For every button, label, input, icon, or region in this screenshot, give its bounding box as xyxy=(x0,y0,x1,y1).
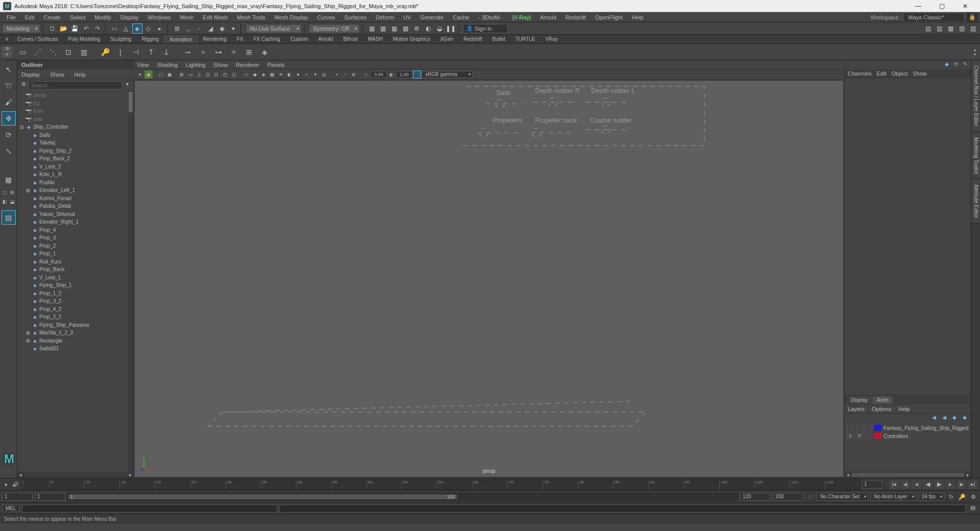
anim-end-field[interactable]: 200 xyxy=(773,493,803,501)
cb-menu-show[interactable]: Show xyxy=(913,70,927,78)
vp-exposure-icon[interactable]: ☼ xyxy=(362,70,370,79)
shelf-scroll[interactable]: ▴▾ xyxy=(972,47,978,57)
vp-ao-icon[interactable]: ● xyxy=(294,70,302,79)
shelf-tab-arnold[interactable]: Arnold xyxy=(313,35,338,43)
toggle-channel-icon[interactable]: ▦ xyxy=(945,23,955,34)
shelf-tab-curves-surfaces[interactable]: Curves / Surfaces xyxy=(12,35,63,43)
shelf-tab-mash[interactable]: MASH xyxy=(363,35,388,43)
vp-menu-shading[interactable]: Shading xyxy=(156,61,179,68)
layers-menu-layers[interactable]: Layers xyxy=(848,406,865,412)
step-fwd-key-icon[interactable]: |▸ xyxy=(957,480,967,489)
outliner-menu-help[interactable]: Help xyxy=(72,70,88,79)
time-toggle-icon[interactable]: ▸ xyxy=(2,480,10,489)
search-dropdown-icon[interactable]: ▾ xyxy=(123,81,131,89)
vp-shaded-wire-icon[interactable]: ◈ xyxy=(259,70,267,79)
vp-motion-blur-icon[interactable]: ≈ xyxy=(303,70,311,79)
layers-menu-help[interactable]: Help xyxy=(898,406,910,412)
time-audio-icon[interactable]: 🔊 xyxy=(11,480,19,489)
outliner-node-side[interactable]: 📷side xyxy=(19,115,128,124)
shelf-set-key-icon[interactable]: 🔑 xyxy=(98,45,112,59)
last-tool-icon[interactable]: ▦ xyxy=(2,173,16,187)
cb-icon-3[interactable]: ✎ xyxy=(962,61,969,68)
menu-file[interactable]: File xyxy=(2,13,20,21)
outliner-node-yakori-shturval[interactable]: Yakori_Shturval xyxy=(19,210,128,219)
cb-menu-edit[interactable]: Edit xyxy=(876,70,886,78)
render-globals-icon[interactable]: ⚙ xyxy=(412,23,422,34)
vp-aa-icon[interactable]: ✦ xyxy=(311,70,320,79)
loop-icon[interactable]: ↻ xyxy=(946,493,955,501)
cb-icon-2[interactable]: ⟳ xyxy=(952,61,960,68)
vp-isolate-icon[interactable]: ▪ xyxy=(332,70,340,79)
shelf-tab-bullet[interactable]: Bullet xyxy=(487,35,510,43)
outliner-node-elevator-right-1[interactable]: Elevator_Right_1 xyxy=(19,218,128,226)
hypershade-icon[interactable]: ◐ xyxy=(423,23,433,34)
menu-cache[interactable]: Cache xyxy=(448,13,474,21)
shelf-bake-icon[interactable]: ⊡ xyxy=(61,45,76,59)
outliner-tree[interactable]: 📷persp📷top📷front📷side⊟Ship_ControllerSai… xyxy=(17,90,133,472)
render-frame-icon[interactable]: ▦ xyxy=(378,23,388,34)
menu-mesh[interactable]: Mesh xyxy=(175,13,198,21)
shelf-tab-fx-caching[interactable]: FX Caching xyxy=(249,35,285,43)
outliner-node-flying-ship-2[interactable]: Flying_Ship_2 xyxy=(19,147,128,155)
outliner-node-rectangle[interactable]: ⊞Rectangle xyxy=(19,337,128,345)
shelf-insert-key-icon[interactable]: ⤒ xyxy=(144,45,158,59)
cb-icon-1[interactable]: ◆ xyxy=(943,61,950,68)
viewport-3d[interactable]: Sails Depth rudder R Depth rudder L Prop… xyxy=(134,80,844,477)
range-track[interactable]: 1120 xyxy=(67,493,738,500)
time-ruler[interactable]: 1510152025303540455055606570758085909510… xyxy=(20,479,861,490)
outliner-node-prop-4[interactable]: Prop_4 xyxy=(19,226,128,234)
select-mode-icon[interactable]: ▭ xyxy=(110,23,120,34)
menu--3dtoall-[interactable]: - 3DtoAll - xyxy=(474,13,508,21)
layer-hscroll[interactable]: ◂▸ xyxy=(845,472,971,478)
anim-layer-dropdown[interactable]: No Anim Layer xyxy=(870,493,916,501)
menu-curves[interactable]: Curves xyxy=(313,13,340,21)
shelf-cluster-icon[interactable]: ✧ xyxy=(227,45,241,59)
cb-menu-channels[interactable]: Channels xyxy=(848,70,871,78)
outliner-node-machta-1-2-3[interactable]: ⊞Machta_1_2_3 xyxy=(19,329,128,337)
single-persp-layout-icon[interactable]: ▢ xyxy=(1,189,8,196)
menu-mesh-tools[interactable]: Mesh Tools xyxy=(232,13,270,21)
shelf-ik-spline-icon[interactable]: ≈ xyxy=(196,45,210,59)
outliner-node-prop-1[interactable]: Prop_1 xyxy=(19,250,128,258)
vp-gamma-icon[interactable]: ◐ xyxy=(387,70,396,79)
live-surface-dropdown[interactable]: No Live Surface xyxy=(246,24,302,33)
current-frame-field[interactable]: 1 xyxy=(862,480,882,489)
outliner-node-v-lest-2[interactable]: V_Lest_2 xyxy=(19,163,128,171)
menu-mode-dropdown[interactable]: Modeling xyxy=(2,24,40,33)
range-opts-icon[interactable]: ⋮ xyxy=(805,493,815,501)
outliner-node-ruli-kurs[interactable]: Ruli_Kurs xyxy=(19,258,128,266)
render-seq-icon[interactable]: ▦ xyxy=(401,23,411,34)
select-mask-icon[interactable]: ◇ xyxy=(143,23,154,34)
layer-new-selected-icon[interactable]: ◆ xyxy=(961,415,969,422)
shelf-tab-animation[interactable]: Animation xyxy=(164,35,198,43)
vp-image-plane-icon[interactable]: ▣ xyxy=(165,70,174,79)
two-stack-layout-icon[interactable]: ⬓ xyxy=(9,198,16,205)
range-end-field[interactable]: 120 xyxy=(740,493,771,501)
symmetry-dropdown[interactable]: Symmetry: Off xyxy=(309,24,360,33)
anim-tab[interactable]: Anim xyxy=(873,396,893,404)
shelf-set-breakdown-icon[interactable]: ❘ xyxy=(113,45,128,59)
menu-edit-mesh[interactable]: Edit Mesh xyxy=(198,13,232,21)
toggle-toolset-icon[interactable]: ▧ xyxy=(957,23,967,34)
outliner-node-prop-back[interactable]: Prop_Back xyxy=(19,266,128,274)
menu-select[interactable]: Select xyxy=(65,13,90,21)
outliner-node-v-lest-1[interactable]: V_Lest_1 xyxy=(19,274,128,282)
outliner-node-prop-2-2[interactable]: Prop_2_2 xyxy=(19,313,128,321)
menu-openflight[interactable]: OpenFlight xyxy=(591,13,627,21)
menu-surfaces[interactable]: Surfaces xyxy=(340,13,371,21)
vp-select-cam-icon[interactable]: ▾ xyxy=(136,70,144,79)
shelf-driven-key-icon[interactable]: ⤓ xyxy=(159,45,174,59)
vp-shadows-icon[interactable]: ◐ xyxy=(285,70,293,79)
layer-move-down-icon[interactable]: ◀ xyxy=(940,415,948,422)
ipr-icon[interactable]: ▦ xyxy=(389,23,400,34)
vp-lock-cam-icon[interactable]: ◉ xyxy=(144,70,153,79)
outliner-node-prop-3[interactable]: Prop_3 xyxy=(19,234,128,242)
outliner-node-takelaj[interactable]: Takelaj xyxy=(19,139,128,147)
vp-grid-icon[interactable]: ⊞ xyxy=(178,70,186,79)
minimize-button[interactable]: — xyxy=(906,0,930,12)
shelf-tab-redshift[interactable]: Redshift xyxy=(458,35,487,43)
vp-field-chart-icon[interactable]: ⊡ xyxy=(212,70,220,79)
menu-windows[interactable]: Windows xyxy=(143,13,176,21)
outliner-node-front[interactable]: 📷front xyxy=(19,107,128,115)
shelf-tab-rigging[interactable]: Rigging xyxy=(136,35,164,43)
